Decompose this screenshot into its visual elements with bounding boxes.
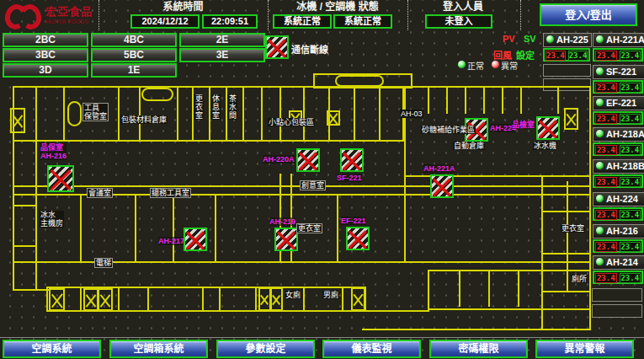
wall-segment: [520, 86, 522, 114]
wall-segment: [337, 196, 338, 263]
sv-value: 23.4: [568, 51, 588, 61]
sv-label: SV: [524, 34, 536, 44]
pv-value: 23.4: [595, 177, 617, 187]
wall-segment: [465, 86, 466, 114]
room-label: 總務工具室: [150, 188, 191, 198]
floor-button-3bc[interactable]: 3BC: [3, 48, 88, 62]
room-label: 小點心包裝區: [268, 118, 315, 126]
wall-segment: [502, 86, 503, 114]
floor-button-5bc[interactable]: 5BC: [91, 48, 177, 62]
device-comm-error-icon[interactable]: [340, 148, 364, 172]
room-label: 廁所: [571, 275, 588, 283]
unit-ah-221a[interactable]: AH-221A: [593, 33, 644, 47]
nav-ac-system-button[interactable]: 空調系統: [3, 340, 101, 358]
machine-status-label: 冰機 / 空調機 狀態: [271, 1, 404, 13]
stair-x-icon: [258, 287, 271, 311]
wall-segment: [567, 181, 568, 291]
wall-segment: [541, 253, 591, 255]
nav-meter-monitor-button[interactable]: 儀表監視: [322, 340, 421, 358]
status-led-icon: [595, 226, 604, 235]
device-comm-error-icon[interactable]: [47, 165, 74, 192]
status-led-icon: [595, 194, 604, 203]
unit-label: AH-218B: [606, 161, 644, 171]
floor-button-2e[interactable]: 2E: [179, 33, 265, 47]
wall-segment: [173, 196, 174, 263]
room-label: 更衣室: [561, 224, 585, 233]
wall-segment: [13, 205, 37, 206]
pv-value: 23.4: [595, 242, 617, 252]
system-time-label: 系統時間: [109, 1, 257, 13]
device-comm-error-icon[interactable]: [346, 227, 370, 250]
abnormal-label: 異常: [501, 59, 518, 72]
nav-password-perm-button[interactable]: 密碼權限: [429, 340, 528, 358]
unit-ah-218b[interactable]: AH-218B: [593, 159, 644, 174]
room-label: 砂糖補給作業區: [421, 126, 476, 134]
pv-value: 23.4: [595, 114, 617, 124]
pv-value: 23.4: [595, 145, 617, 155]
floor-button-2bc[interactable]: 2BC: [3, 33, 88, 47]
floor-button-4bc[interactable]: 4BC: [91, 33, 177, 47]
pv-value: 23.4: [595, 210, 617, 220]
room-label: 冰水 主機房: [40, 211, 64, 228]
normal-led-icon: [457, 60, 466, 69]
comm-error-icon: [265, 35, 289, 59]
wall-segment: [488, 270, 490, 307]
status-led-icon: [595, 67, 604, 76]
room-label: 女廁: [285, 291, 301, 299]
login-logout-button[interactable]: 登入/登出: [540, 3, 637, 26]
header-divider: [268, 0, 269, 30]
stair-x-icon: [351, 287, 365, 311]
status-led-icon: [595, 257, 604, 266]
floor-button-3d[interactable]: 3D: [3, 63, 88, 78]
floor-button-1e[interactable]: 1E: [91, 63, 177, 78]
wall-segment: [428, 86, 429, 114]
unit-ah-216[interactable]: AH-216: [593, 224, 644, 238]
device-comm-error-icon[interactable]: [430, 174, 454, 198]
room-label: 包裝材料倉庫: [120, 115, 168, 124]
nav-param-settings-button[interactable]: 參數設定: [216, 340, 315, 358]
unit-ah-218a[interactable]: AH-218A: [593, 127, 644, 142]
wall-segment: [261, 86, 263, 142]
hmi-floorplan-screen: 宏亞食品 HUNYA FOODS 系統時間 2024/12/12 22:09:5…: [0, 0, 644, 359]
sv-value: 23.4: [620, 83, 641, 93]
unit-ah-214[interactable]: AH-214: [593, 255, 644, 270]
sv-value: 23.4: [620, 273, 641, 283]
nav-alarm-button[interactable]: 異常警報: [535, 340, 634, 358]
wall-segment: [518, 270, 519, 307]
device-tag: AH-220A: [263, 155, 295, 163]
unit-ah-224-values: 23.423.4: [593, 207, 643, 221]
wall-segment: [242, 86, 244, 142]
pv-value: 23.4: [595, 273, 617, 283]
device-comm-error-icon[interactable]: [296, 148, 320, 172]
device-comm-error-icon[interactable]: [274, 228, 298, 251]
wall-segment: [557, 86, 559, 114]
wall-segment: [303, 86, 305, 142]
wall-segment: [13, 289, 50, 291]
unit-sf-221[interactable]: SF-221: [593, 65, 644, 79]
stair-x-icon: [49, 288, 65, 311]
pv-value: 23.4: [546, 51, 566, 61]
stair-shape: [67, 101, 82, 126]
floor-button-3e[interactable]: 3E: [179, 48, 265, 62]
unit-ef-221[interactable]: EF-221: [593, 96, 644, 110]
unit-label: AH-218A: [606, 129, 644, 139]
unit-ah-224[interactable]: AH-224: [593, 192, 644, 206]
nav-ahu-system-button[interactable]: 空調箱系統: [109, 340, 208, 358]
unit-ah-218a-values: 23.423.4: [593, 142, 643, 156]
room-label: 茶水間: [227, 94, 237, 120]
abnormal-led-icon: [491, 60, 500, 69]
device-comm-error-icon[interactable]: [184, 228, 207, 251]
empty-slot: [592, 288, 642, 302]
wall-segment: [279, 86, 281, 142]
unit-sf-221-values: 23.423.4: [593, 80, 643, 94]
unit-ah-225[interactable]: AH-225: [543, 33, 592, 47]
device-tag: AH-221A: [423, 164, 455, 173]
wall-segment: [541, 211, 591, 212]
unit-ah-216-values: 23.423.4: [593, 239, 643, 253]
device-tag: AH-217: [158, 237, 184, 245]
stair-x-icon: [327, 110, 340, 126]
door-shape: [141, 88, 173, 101]
pv-label: PV: [503, 34, 515, 44]
unit-label: AH-216: [606, 226, 638, 236]
device-comm-error-icon[interactable]: [536, 116, 560, 140]
